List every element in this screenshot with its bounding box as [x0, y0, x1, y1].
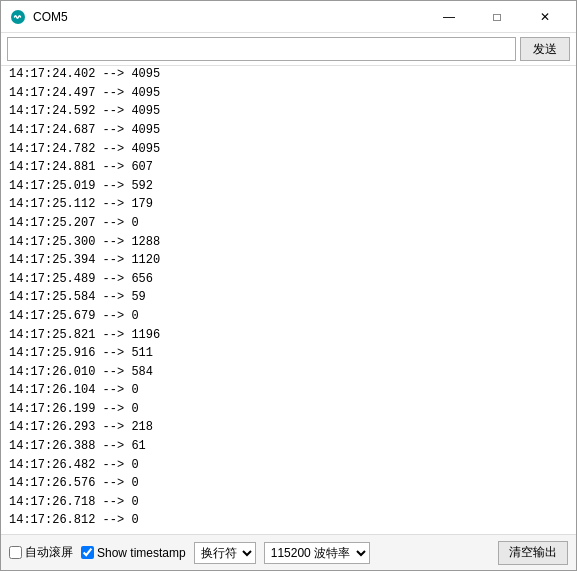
line-ending-select[interactable]: 换行符无行尾换行回车 [194, 542, 256, 564]
log-line: 14:17:25.679 --> 0 [9, 307, 568, 326]
log-line: 14:17:24.497 --> 4095 [9, 84, 568, 103]
baud-rate-select-wrap: 3001200240048009600192003840057600748801… [264, 542, 370, 564]
log-line: 14:17:25.112 --> 179 [9, 195, 568, 214]
log-line: 14:17:24.881 --> 607 [9, 158, 568, 177]
log-line: 14:17:25.394 --> 1120 [9, 251, 568, 270]
log-line: 14:17:26.576 --> 0 [9, 474, 568, 493]
status-bar: 自动滚屏 Show timestamp 换行符无行尾换行回车 300120024… [1, 534, 576, 570]
log-line: 14:17:26.812 --> 0 [9, 511, 568, 530]
app-icon [9, 8, 27, 26]
log-line: 14:17:25.584 --> 59 [9, 288, 568, 307]
maximize-button[interactable]: □ [474, 2, 520, 32]
log-line: 14:17:26.104 --> 0 [9, 381, 568, 400]
toolbar: 发送 [1, 33, 576, 66]
log-line: 14:17:26.010 --> 584 [9, 363, 568, 382]
log-line: 14:17:26.482 --> 0 [9, 456, 568, 475]
auto-scroll-label: 自动滚屏 [25, 544, 73, 561]
close-button[interactable]: ✕ [522, 2, 568, 32]
log-line: 14:17:24.687 --> 4095 [9, 121, 568, 140]
send-input[interactable] [7, 37, 516, 61]
send-button[interactable]: 发送 [520, 37, 570, 61]
show-timestamp-label: Show timestamp [97, 546, 186, 560]
log-line: 14:17:26.718 --> 0 [9, 493, 568, 512]
show-timestamp-checkbox[interactable]: Show timestamp [81, 546, 186, 560]
window-controls: — □ ✕ [426, 2, 568, 32]
line-ending-select-wrap: 换行符无行尾换行回车 [194, 542, 256, 564]
log-line: 14:17:25.207 --> 0 [9, 214, 568, 233]
log-line: 14:17:24.592 --> 4095 [9, 102, 568, 121]
log-line: 14:17:24.782 --> 4095 [9, 140, 568, 159]
window-title: COM5 [33, 10, 426, 24]
clear-button[interactable]: 清空输出 [498, 541, 568, 565]
log-line: 14:17:26.388 --> 61 [9, 437, 568, 456]
log-line: 14:17:25.300 --> 1288 [9, 233, 568, 252]
auto-scroll-checkbox[interactable]: 自动滚屏 [9, 544, 73, 561]
log-line: 14:17:25.019 --> 592 [9, 177, 568, 196]
baud-rate-select[interactable]: 3001200240048009600192003840057600748801… [264, 542, 370, 564]
show-timestamp-input[interactable] [81, 546, 94, 559]
log-line: 14:17:25.916 --> 511 [9, 344, 568, 363]
auto-scroll-input[interactable] [9, 546, 22, 559]
log-line: 14:17:25.489 --> 656 [9, 270, 568, 289]
main-window: COM5 — □ ✕ 发送 14:17:24.212 --> 409514:17… [0, 0, 577, 571]
log-line: 14:17:24.402 --> 4095 [9, 66, 568, 84]
log-line: 14:17:26.199 --> 0 [9, 400, 568, 419]
log-area[interactable]: 14:17:24.212 --> 409514:17:24.307 --> 40… [1, 66, 576, 534]
title-bar: COM5 — □ ✕ [1, 1, 576, 33]
log-line: 14:17:26.293 --> 218 [9, 418, 568, 437]
minimize-button[interactable]: — [426, 2, 472, 32]
log-line: 14:17:25.821 --> 1196 [9, 326, 568, 345]
